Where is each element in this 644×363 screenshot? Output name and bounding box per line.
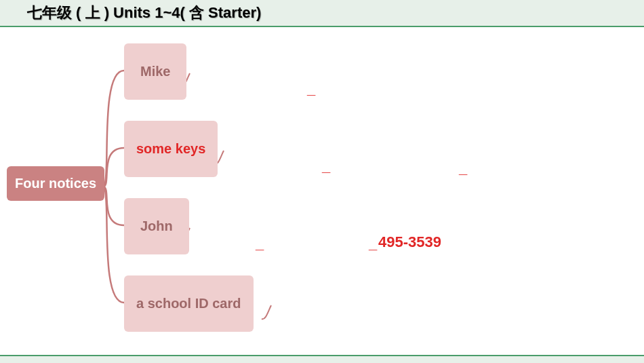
footer-bar — [0, 355, 644, 363]
blank-keys-2: _ — [459, 159, 467, 177]
mindmap-root: Four notices — [7, 166, 104, 201]
blank-john-1: _ — [256, 235, 264, 252]
blank-mike-1: _ — [307, 80, 315, 98]
connector-root-john — [103, 187, 124, 225]
branch-school-id-card: a school ID card — [124, 275, 254, 332]
branch-john: John — [124, 198, 189, 254]
page-title: 七年级 ( 上 ) Units 1~4( 含 Starter) — [27, 3, 261, 23]
branch-mike: Mike — [124, 43, 186, 100]
connector-root-keys — [103, 148, 124, 187]
blank-john-2: _ — [369, 235, 377, 252]
connector-root-mike — [103, 71, 124, 187]
connector-root-card — [103, 187, 124, 303]
phone-number: 495-3539 — [378, 233, 441, 251]
blank-keys-1: _ — [322, 157, 330, 175]
header-bar: 七年级 ( 上 ) Units 1~4( 含 Starter) — [0, 0, 644, 27]
branch-some-keys: some keys — [124, 121, 218, 177]
brace-card — [262, 305, 271, 319]
